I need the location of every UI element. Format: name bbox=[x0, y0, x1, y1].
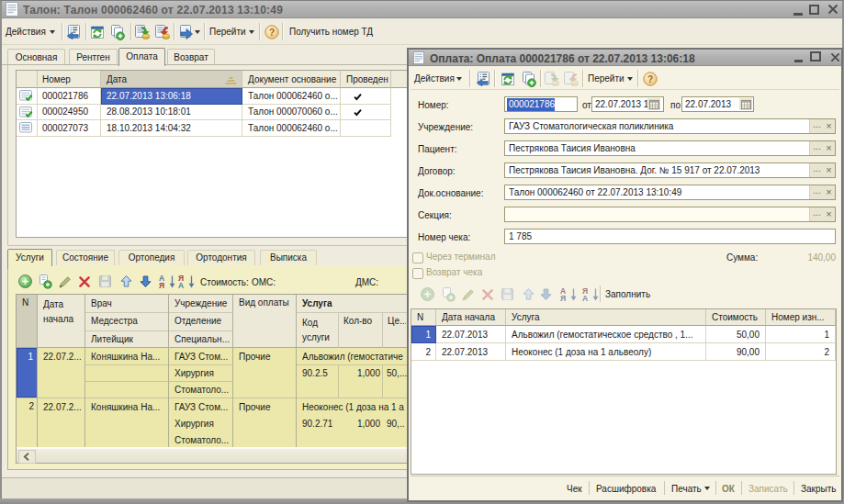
svg-text:?: ? bbox=[647, 74, 653, 84]
svg-text:?: ? bbox=[269, 28, 275, 38]
